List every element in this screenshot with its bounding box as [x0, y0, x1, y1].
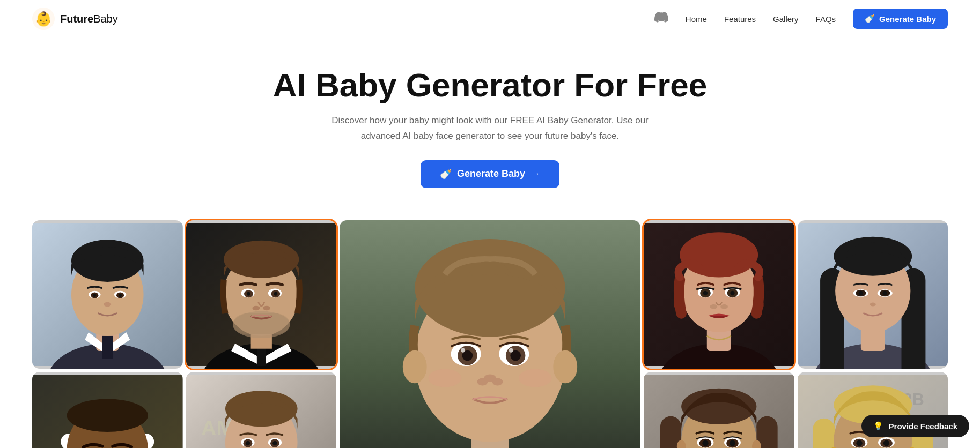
gallery-item-zendaya[interactable]	[644, 372, 794, 448]
svg-point-103	[245, 441, 249, 445]
svg-rect-3	[102, 336, 113, 359]
svg-point-61	[720, 304, 728, 309]
svg-point-33	[415, 239, 565, 337]
feedback-label: Provide Feedback	[889, 422, 957, 431]
svg-point-47	[403, 350, 427, 384]
svg-point-12	[104, 302, 111, 307]
hero-subtitle: Discover how your baby might look with o…	[329, 113, 651, 144]
svg-point-26	[274, 292, 277, 296]
feedback-icon: 💡	[873, 421, 883, 431]
svg-point-5	[71, 240, 144, 282]
generate-baby-hero-button[interactable]: 🍼 Generate Baby →	[421, 160, 559, 188]
hero-cta-label: Generate Baby	[457, 168, 525, 180]
gallery-grid: NBA	[0, 204, 980, 448]
svg-point-59	[730, 291, 734, 295]
gallery-item-lebron[interactable]: NBA	[32, 372, 183, 448]
nav-right: Home Features Gallery FAQs 🍼 Generate Ba…	[654, 9, 948, 29]
svg-point-28	[263, 306, 270, 310]
nav-faqs[interactable]: FAQs	[816, 14, 836, 24]
svg-point-104	[272, 441, 277, 445]
svg-point-46	[519, 369, 552, 387]
logo[interactable]: 👶 FutureBaby	[32, 8, 118, 30]
svg-point-58	[703, 291, 708, 295]
nav-cta-icon: 🍼	[865, 14, 875, 24]
nav-features[interactable]: Features	[724, 14, 756, 24]
nav-gallery[interactable]: Gallery	[773, 14, 799, 24]
svg-point-25	[246, 292, 250, 296]
svg-point-53	[680, 232, 758, 277]
svg-point-74	[882, 291, 887, 295]
svg-point-75	[870, 302, 875, 306]
svg-point-11	[119, 294, 122, 297]
provide-feedback-button[interactable]: 💡 Provide Feedback	[861, 415, 969, 437]
generate-baby-nav-button[interactable]: 🍼 Generate Baby	[853, 9, 948, 29]
discord-icon[interactable]	[654, 10, 668, 27]
hero-cta-icon: 🍼	[440, 168, 452, 180]
svg-rect-20	[232, 313, 290, 334]
svg-point-83	[67, 399, 148, 432]
gallery-item-tom[interactable]: AM	[186, 372, 337, 448]
gallery-item-leo[interactable]	[186, 220, 337, 369]
svg-point-141	[883, 440, 889, 446]
nav-cta-label: Generate Baby	[879, 14, 936, 24]
svg-point-27	[252, 306, 260, 310]
gallery-item-baby[interactable]	[340, 220, 640, 448]
svg-point-60	[710, 304, 717, 309]
svg-point-45	[428, 369, 461, 387]
svg-point-10	[93, 294, 97, 297]
logo-icon: 👶	[32, 8, 55, 30]
logo-text: FutureBaby	[60, 13, 118, 25]
svg-point-41	[509, 348, 513, 352]
gallery-item-asian-man[interactable]	[32, 220, 183, 369]
hero-cta-arrow: →	[530, 168, 540, 180]
svg-point-40	[461, 348, 465, 352]
svg-point-73	[858, 291, 863, 295]
svg-point-44	[492, 378, 503, 385]
svg-point-123	[702, 440, 708, 446]
hero-section: AI Baby Generator For Free Discover how …	[0, 38, 980, 204]
svg-rect-129	[813, 419, 835, 448]
nav-home[interactable]: Home	[686, 14, 707, 24]
navbar: 👶 FutureBaby Home Features Gallery FAQs …	[0, 0, 980, 38]
svg-point-48	[553, 350, 577, 384]
svg-point-43	[477, 378, 488, 385]
svg-point-124	[730, 440, 735, 446]
gallery-item-asian-girl[interactable]	[798, 220, 948, 369]
hero-title: AI Baby Generator For Free	[11, 67, 969, 103]
gallery-item-kate[interactable]	[644, 220, 794, 369]
svg-point-140	[856, 440, 862, 446]
